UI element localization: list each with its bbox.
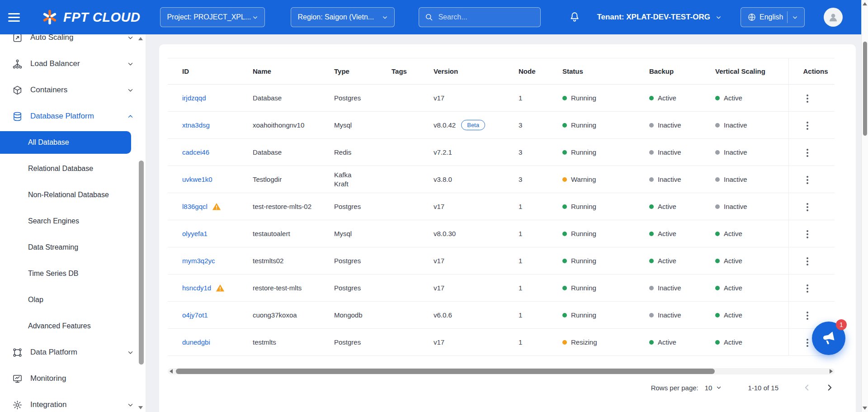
project-selector-label: Project: PROJECT_XPL... bbox=[167, 13, 251, 21]
db-version: v17 bbox=[434, 338, 444, 346]
page-scroll-down-arrow[interactable] bbox=[863, 407, 867, 410]
db-id-link[interactable]: olyyefa1 bbox=[182, 230, 208, 237]
project-selector[interactable]: Project: PROJECT_XPL... bbox=[160, 7, 265, 27]
page-scroll-up-arrow[interactable] bbox=[863, 2, 867, 5]
announcements-fab[interactable]: 1 bbox=[812, 322, 845, 355]
load-balancer-icon bbox=[12, 59, 23, 69]
tenant-selector[interactable]: Tenant: XPLAT-DEV-TEST-ORG bbox=[597, 13, 722, 22]
rows-per-page-select[interactable]: 10 bbox=[705, 384, 722, 392]
vertical-scaling-dot bbox=[715, 204, 720, 209]
scroll-left-arrow[interactable] bbox=[170, 369, 173, 374]
status-dot bbox=[562, 123, 567, 128]
db-id-link[interactable]: cadcei46 bbox=[182, 148, 209, 156]
region-selector[interactable]: Region: Saigon (Vietn... bbox=[291, 7, 395, 27]
sidebar-item-data-platform[interactable]: Data Platform bbox=[0, 339, 146, 365]
search-input[interactable] bbox=[438, 13, 535, 21]
sidebar-item-database-platform[interactable]: Database Platform bbox=[0, 103, 146, 129]
notifications-bell-icon[interactable] bbox=[569, 11, 580, 23]
db-id-link[interactable]: mym3q2yc bbox=[182, 257, 215, 265]
row-actions-button[interactable] bbox=[803, 308, 811, 323]
megaphone-icon bbox=[821, 331, 836, 346]
sidebar-item-time-series-db[interactable]: Time Series DB bbox=[0, 260, 146, 287]
sidebar-item-label: Containers bbox=[30, 85, 67, 95]
sidebar-item-label: Monitoring bbox=[30, 374, 66, 383]
warning-icon bbox=[216, 284, 225, 293]
sidebar-item-integration[interactable]: Integration bbox=[0, 392, 146, 412]
sidebar-item-monitoring[interactable]: Monitoring bbox=[0, 365, 146, 392]
database-icon bbox=[12, 111, 23, 122]
db-version: v17 bbox=[434, 284, 444, 292]
row-actions-button[interactable] bbox=[803, 91, 811, 106]
db-id-link[interactable]: o4jy7ot1 bbox=[182, 311, 208, 319]
db-id-link[interactable]: hsncdy1d bbox=[182, 284, 211, 292]
tenant-selector-label: Tenant: XPLAT-DEV-TEST-ORG bbox=[597, 13, 710, 22]
scroll-right-arrow[interactable] bbox=[830, 369, 833, 374]
sidebar-scroll-down-arrow[interactable] bbox=[138, 406, 143, 409]
row-actions-button[interactable] bbox=[803, 336, 811, 350]
previous-page-button[interactable] bbox=[802, 383, 812, 393]
sidebar-item-data-streaming[interactable]: Data Streaming bbox=[0, 234, 146, 260]
sidebar-scrollbar-thumb[interactable] bbox=[139, 161, 144, 365]
sidebar-item-all-database[interactable]: All Database bbox=[0, 131, 131, 154]
db-type: Postgres bbox=[320, 247, 377, 275]
table-row: hsncdy1drestore-test-mltsPostgresv171Run… bbox=[168, 275, 835, 302]
status-label: Running bbox=[571, 230, 596, 237]
db-type: Mongodb bbox=[320, 302, 377, 329]
sidebar-item-advanced-features[interactable]: Advanced Features bbox=[0, 313, 146, 339]
db-type: Postgres bbox=[320, 329, 377, 356]
brand-title: FPT CLOUD bbox=[63, 10, 140, 25]
row-actions-button[interactable] bbox=[803, 254, 811, 269]
sidebar-item-relational-database[interactable]: Relational Database bbox=[0, 156, 146, 182]
vertical-scaling-dot bbox=[715, 232, 720, 236]
integration-gear-icon bbox=[12, 400, 23, 410]
sidebar-subitem-label: Advanced Features bbox=[28, 322, 91, 330]
next-page-button[interactable] bbox=[825, 383, 835, 393]
db-id-link[interactable]: uvkwe1k0 bbox=[182, 175, 212, 183]
db-name: xoahoithongnv10 bbox=[238, 112, 320, 139]
db-tags bbox=[377, 85, 419, 112]
menu-icon[interactable] bbox=[8, 10, 24, 24]
row-actions-button[interactable] bbox=[803, 200, 811, 214]
sidebar-item-auto-scaling[interactable]: Auto Scaling bbox=[0, 34, 146, 51]
sidebar-item-non-relational-database[interactable]: Non-Relational Database bbox=[0, 182, 146, 208]
sidebar-subitem-label: Olap bbox=[28, 296, 43, 304]
row-actions-button[interactable] bbox=[803, 118, 811, 133]
db-version: v17 bbox=[434, 94, 444, 102]
backup-label: Inactive bbox=[658, 284, 681, 292]
backup-dot bbox=[649, 232, 654, 236]
status-dot bbox=[562, 96, 567, 100]
column-header-vertical-scaling: Vertical Scaling bbox=[701, 58, 788, 85]
status-dot bbox=[562, 340, 567, 345]
backup-label: Active bbox=[658, 230, 676, 237]
status-label: Warning bbox=[571, 175, 596, 183]
sidebar-item-load-balancer[interactable]: Load Balancer bbox=[0, 51, 146, 77]
row-actions-button[interactable] bbox=[803, 281, 811, 296]
global-search bbox=[419, 7, 541, 27]
db-name: testmlts bbox=[238, 329, 320, 356]
db-id-link[interactable]: irjdzqqd bbox=[182, 94, 206, 102]
row-actions-button[interactable] bbox=[803, 227, 811, 242]
db-id-link[interactable]: l836gqcl bbox=[182, 203, 208, 210]
db-id-link[interactable]: dunedgbi bbox=[182, 338, 210, 346]
language-selector[interactable]: English bbox=[741, 7, 805, 27]
backup-dot bbox=[649, 123, 654, 128]
chevron-up-icon bbox=[127, 113, 134, 120]
db-id-link[interactable]: xtna3dsg bbox=[182, 121, 210, 129]
db-node: 3 bbox=[504, 139, 548, 166]
beta-badge: Beta bbox=[461, 120, 485, 130]
sidebar-subitem-label: All Database bbox=[28, 138, 69, 147]
sidebar-scroll-up-arrow[interactable] bbox=[138, 37, 143, 40]
horizontal-scrollbar-thumb[interactable] bbox=[176, 369, 715, 374]
backup-dot bbox=[649, 286, 654, 290]
status-dot bbox=[562, 177, 567, 182]
sidebar-item-search-engines[interactable]: Search Engines bbox=[0, 208, 146, 234]
table-row: l836gqcltest-restore-mlts-02Postgresv171… bbox=[168, 193, 835, 220]
row-actions-button[interactable] bbox=[803, 146, 811, 160]
sidebar-item-olap[interactable]: Olap bbox=[0, 287, 146, 313]
monitoring-icon bbox=[12, 374, 23, 384]
db-tags bbox=[377, 220, 419, 247]
user-avatar[interactable] bbox=[824, 8, 843, 27]
page-scrollbar-thumb[interactable] bbox=[863, 42, 867, 136]
row-actions-button[interactable] bbox=[803, 173, 811, 187]
sidebar-item-containers[interactable]: Containers bbox=[0, 77, 146, 103]
